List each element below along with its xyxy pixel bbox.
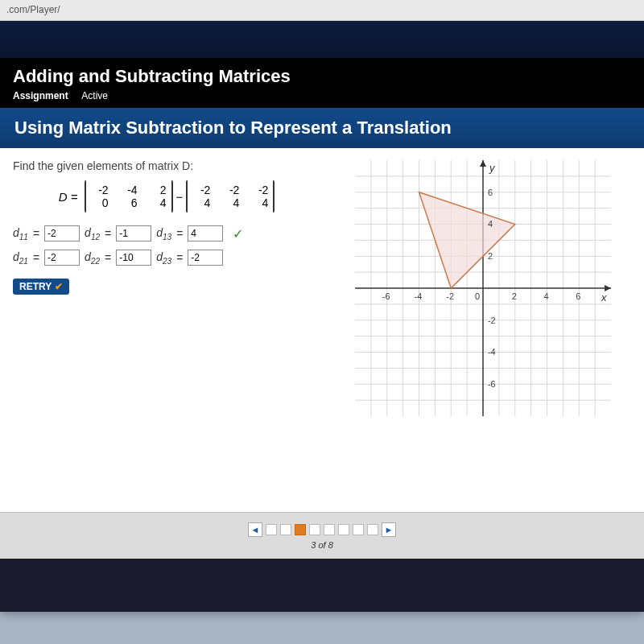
retry-check-icon: ✔: [55, 281, 63, 292]
pager-page-4[interactable]: [309, 524, 320, 535]
lesson-subtitle-assignment: Assignment: [13, 90, 68, 101]
url-bar[interactable]: .com/Player/: [0, 0, 644, 21]
lesson-title: Adding and Subtracting Matrices: [13, 66, 631, 87]
svg-text:-2: -2: [488, 316, 496, 325]
retry-button[interactable]: RETRY ✔: [13, 279, 69, 295]
matrix-label: D =: [59, 190, 78, 204]
matrix-b: -2 -2 -2 4 4 4: [186, 180, 275, 213]
question-prompt: Find the given elements of matrix D:: [13, 159, 324, 172]
svg-text:-4: -4: [415, 291, 423, 301]
matrix-equation: D = -2 -4 2 0 6 4 − -2: [13, 180, 324, 213]
y-axis-label: y: [489, 162, 496, 174]
input-d22[interactable]: [116, 250, 151, 266]
svg-text:4: 4: [544, 291, 549, 301]
svg-text:-6: -6: [488, 379, 496, 389]
window-chrome-divider: [0, 21, 644, 58]
pager-page-8[interactable]: [367, 524, 378, 535]
answers-row-1: d11 = d12 = d13 = ✓: [13, 225, 324, 242]
section-title: Using Matrix Subtraction to Represent a …: [0, 108, 644, 148]
svg-text:-2: -2: [446, 291, 454, 301]
pager-page-2[interactable]: [280, 524, 291, 535]
content-area: Find the given elements of matrix D: D =…: [0, 148, 644, 559]
input-d11[interactable]: [44, 225, 80, 242]
pager-next-button[interactable]: ►: [382, 522, 396, 537]
svg-text:4: 4: [488, 219, 493, 229]
check-icon: ✓: [233, 226, 243, 242]
coordinate-graph: y x 6 4 2 -2 -4 -6 -6 -4 -2 0 2 4 6: [354, 159, 612, 417]
pager-page-5[interactable]: [324, 524, 335, 535]
pager-footer: ◄ ► 3 of 8: [0, 512, 644, 559]
svg-marker-31: [605, 285, 611, 291]
pager-page-6[interactable]: [338, 524, 349, 535]
svg-text:-4: -4: [488, 347, 496, 357]
lesson-subtitle-status: Active: [81, 90, 108, 101]
matrix-a: -2 -4 2 0 6 4: [85, 180, 173, 213]
pager-page-7[interactable]: [353, 524, 364, 535]
svg-text:2: 2: [512, 291, 517, 301]
pager-page-1[interactable]: [266, 524, 277, 535]
input-d23[interactable]: [188, 250, 223, 266]
svg-text:6: 6: [488, 188, 493, 197]
svg-text:-6: -6: [382, 291, 390, 301]
answers-row-2: d21 = d22 = d23 =: [13, 250, 324, 266]
svg-marker-30: [480, 160, 486, 167]
pager-prev-button[interactable]: ◄: [248, 522, 262, 537]
svg-text:2: 2: [488, 251, 493, 261]
minus-sign: −: [176, 190, 184, 204]
pager-label: 3 of 8: [311, 540, 333, 550]
input-d12[interactable]: [116, 225, 151, 242]
input-d21[interactable]: [44, 250, 80, 266]
svg-text:0: 0: [475, 291, 480, 301]
lesson-header: Adding and Subtracting Matrices Assignme…: [0, 58, 644, 108]
answers-block: d11 = d12 = d13 = ✓ d21 = d22 =: [13, 225, 324, 266]
svg-text:6: 6: [576, 291, 580, 301]
x-axis-label: x: [601, 291, 607, 303]
pager-page-3[interactable]: [295, 524, 306, 535]
input-d13[interactable]: [188, 225, 223, 242]
